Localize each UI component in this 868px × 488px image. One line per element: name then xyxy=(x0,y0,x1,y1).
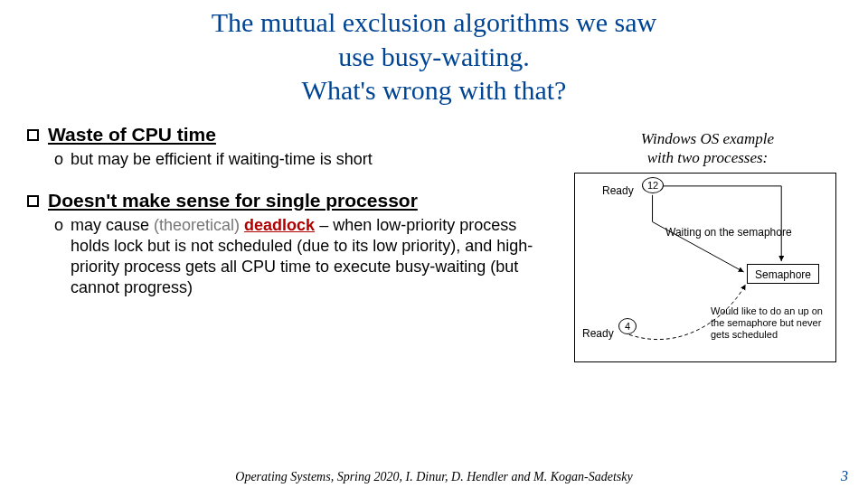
diagram-process-4: 4 xyxy=(618,318,637,334)
title-line-2: use busy-waiting. xyxy=(338,42,530,71)
title-line-1: The mutual exclusion algorithms we saw xyxy=(212,7,656,37)
slide-title: The mutual exclusion algorithms we saw u… xyxy=(0,5,868,108)
diagram-note: Would like to do an up on the semaphore … xyxy=(711,305,833,342)
bullet-2-sub: o may cause (theoretical) deadlock – whe… xyxy=(54,215,563,298)
bullet-1-text: Waste of CPU time xyxy=(48,124,216,145)
square-bullet-icon xyxy=(27,195,39,207)
bullet-2: Doesn't make sense for single processor xyxy=(27,190,563,211)
caption-line-1: Windows OS example xyxy=(641,130,774,147)
diagram-ready-1: Ready xyxy=(602,184,634,197)
slide: The mutual exclusion algorithms we saw u… xyxy=(0,5,868,488)
diagram-process-12: 12 xyxy=(642,177,664,193)
bullet-2-sub-text: may cause (theoretical) deadlock – when … xyxy=(71,215,541,298)
os-diagram: Ready 12 Waiting on the semaphore Semaph… xyxy=(574,173,836,362)
diagram-semaphore-box: Semaphore xyxy=(747,264,819,284)
figure-caption: Windows OS example with two processes: xyxy=(574,129,841,168)
square-bullet-icon xyxy=(27,129,39,141)
b2-theoretical: (theoretical) xyxy=(154,216,244,234)
bullet-1-sub-text: but may be efficient if waiting-time is … xyxy=(71,149,373,170)
diagram-waiting-label: Waiting on the semaphore xyxy=(665,226,792,239)
left-column: Waste of CPU time o but may be efficient… xyxy=(27,124,574,363)
bullet-1-sub: o but may be efficient if waiting-time i… xyxy=(54,149,563,170)
bullet-1: Waste of CPU time xyxy=(27,124,563,145)
title-line-3: What's wrong with that? xyxy=(302,75,567,105)
circle-bullet-icon: o xyxy=(54,149,71,170)
right-column: Windows OS example with two processes: xyxy=(574,124,841,363)
diagram-ready-2: Ready xyxy=(582,327,614,340)
circle-bullet-icon: o xyxy=(54,215,71,298)
b2-deadlock: deadlock xyxy=(244,216,315,234)
bullet-2-text: Doesn't make sense for single processor xyxy=(48,190,418,211)
slide-body: Waste of CPU time o but may be efficient… xyxy=(0,108,868,363)
b2-pre: may cause xyxy=(71,216,154,234)
caption-line-2: with two processes: xyxy=(647,149,768,166)
slide-footer: Operating Systems, Spring 2020, I. Dinur… xyxy=(0,470,868,484)
page-number: 3 xyxy=(841,468,848,484)
